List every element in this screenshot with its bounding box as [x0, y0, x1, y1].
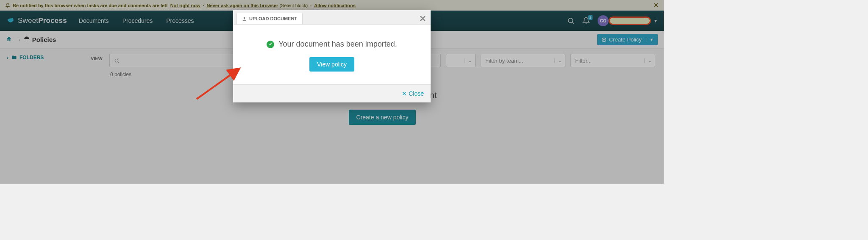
x-icon: ✕ — [402, 90, 407, 97]
close-icon[interactable]: ✕ — [419, 14, 426, 24]
upload-tab-label: UPLOAD DOCUMENT — [249, 16, 297, 21]
modal-tab-bar: UPLOAD DOCUMENT ✕ — [233, 10, 431, 25]
upload-icon — [242, 17, 247, 21]
modal-overlay: UPLOAD DOCUMENT ✕ ✓ Your document has be… — [0, 0, 664, 184]
upload-document-modal: UPLOAD DOCUMENT ✕ ✓ Your document has be… — [233, 10, 431, 102]
svg-line-8 — [197, 69, 238, 99]
import-status: ✓ Your document has been imported. — [242, 40, 422, 49]
status-text: Your document has been imported. — [278, 40, 397, 49]
check-circle-icon: ✓ — [267, 41, 274, 48]
close-label: Close — [409, 90, 424, 97]
view-policy-button[interactable]: View policy — [309, 57, 354, 72]
upload-document-tab[interactable]: UPLOAD DOCUMENT — [236, 13, 303, 24]
modal-footer: ✕ Close — [233, 84, 431, 102]
close-modal-link[interactable]: ✕ Close — [402, 90, 424, 97]
modal-body: ✓ Your document has been imported. View … — [233, 25, 431, 84]
